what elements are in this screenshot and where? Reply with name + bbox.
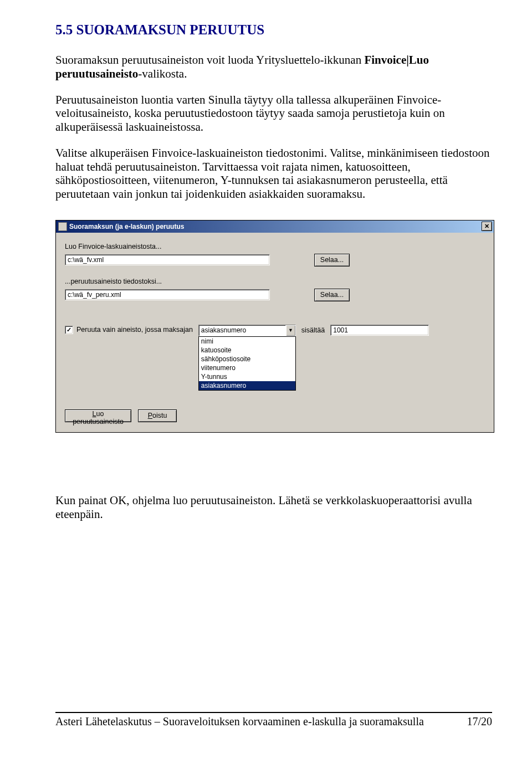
close-icon[interactable]: ✕: [482, 222, 492, 231]
para1-text-c: -valikosta.: [138, 67, 187, 80]
exit-button[interactable]: Poistu: [138, 409, 177, 422]
browse-target-button[interactable]: Selaa...: [314, 289, 350, 301]
filter-value-input[interactable]: [330, 325, 429, 336]
combobox-selected-value: asiakasnumero: [199, 325, 285, 336]
page-footer: Asteri Lähetelaskutus – Suoraveloituksen…: [55, 712, 492, 728]
listbox-option[interactable]: viitenumero: [199, 363, 295, 372]
chevron-down-icon[interactable]: ▼: [285, 325, 295, 336]
btn-exit-label: oistu: [152, 412, 167, 419]
paragraph-4: Kun painat OK, ohjelma luo peruutusainei…: [55, 494, 492, 521]
listbox-option[interactable]: Y-tunnus: [199, 372, 295, 381]
listbox-option[interactable]: sähköpostiosoite: [199, 355, 295, 363]
footer-divider: [55, 712, 492, 713]
dialog-app-icon: [58, 222, 67, 231]
listbox-option[interactable]: katuosoite: [199, 346, 295, 355]
btn-exit-hotkey: P: [148, 412, 152, 419]
dialog-titlebar[interactable]: Suoramaksun (ja e-laskun) peruutus ✕: [56, 221, 494, 233]
cancellation-dialog: Suoramaksun (ja e-laskun) peruutus ✕ Luo…: [55, 220, 494, 433]
browse-source-button[interactable]: Selaa...: [314, 254, 350, 266]
source-file-label: Luo Finvoice-laskuaineistosta...: [65, 243, 485, 250]
para1-text-a: Suoramaksun peruutusaineiston voit luoda…: [55, 53, 364, 66]
create-cancellation-button[interactable]: Luo peruutusaineisto: [65, 409, 131, 422]
target-file-label: ...peruutusaineisto tiedostoksi...: [65, 278, 485, 285]
btn-create-hotkey: L: [93, 410, 96, 418]
paragraph-2: Peruutusaineiston luontia varten Sinulla…: [55, 93, 492, 134]
target-file-input[interactable]: [65, 289, 270, 300]
source-file-input[interactable]: [65, 254, 270, 265]
filter-field-listbox[interactable]: nimikatuosoitesähköpostiosoiteviitenumer…: [198, 336, 296, 391]
filter-field-combobox[interactable]: asiakasnumero ▼: [198, 325, 296, 336]
paragraph-3: Valitse alkuperäisen Finvoice-laskuainei…: [55, 146, 492, 201]
section-heading: 5.5 SUORAMAKSUN PERUUTUS: [55, 22, 492, 38]
listbox-option[interactable]: asiakasnumero: [199, 381, 295, 390]
filter-checkbox-label: Peruuta vain aineisto, jossa maksajan: [76, 326, 193, 334]
paragraph-1: Suoramaksun peruutusaineiston voit luoda…: [55, 53, 492, 81]
listbox-option[interactable]: nimi: [199, 337, 295, 346]
filter-checkbox[interactable]: ✓: [65, 326, 73, 334]
footer-text: Asteri Lähetelaskutus – Suoraveloituksen…: [55, 715, 424, 728]
btn-create-label: uo peruutusaineisto: [73, 410, 124, 425]
page-number: 17/20: [467, 715, 492, 728]
dialog-title: Suoramaksun (ja e-laskun) peruutus: [69, 223, 184, 230]
contains-label: sisältää: [301, 326, 325, 334]
